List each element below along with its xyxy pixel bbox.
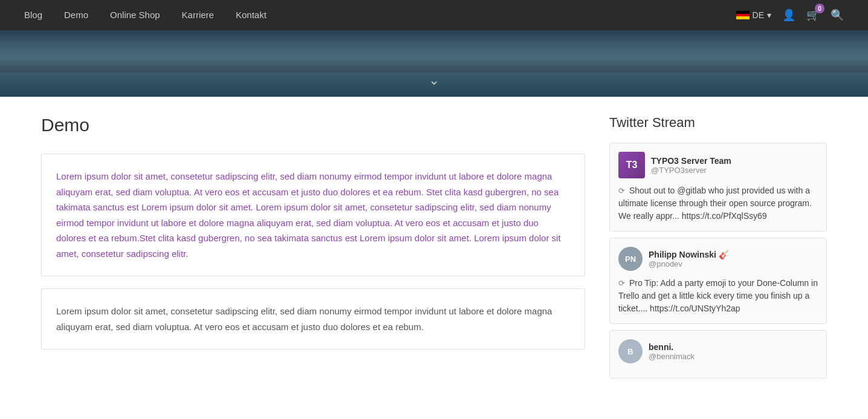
nav-blog[interactable]: Blog <box>24 10 42 20</box>
text-box-purple: Lorem ipsum dolor sit amet, consetetur s… <box>41 154 585 276</box>
nav-demo[interactable]: Demo <box>64 10 88 20</box>
tweet-card-2: PN Philipp Nowinski 🎸 @pnodev ⟳ Pro Tip:… <box>609 238 827 324</box>
flag-icon <box>736 11 750 19</box>
nav-online-shop[interactable]: Online Shop <box>110 10 160 20</box>
nav-karriere[interactable]: Karriere <box>182 10 214 20</box>
language-caret: ▾ <box>767 10 771 20</box>
tweet-author-info-3: benni. @bennimack <box>649 342 695 361</box>
tweet-name-2: Philipp Nowinski 🎸 <box>649 250 729 259</box>
nav-right: DE ▾ 👤 🛒 0 🔍 <box>736 8 844 22</box>
tweet-card-1: T3 TYPO3 Server Team @TYPO3server ⟳ Shou… <box>609 143 827 232</box>
language-selector[interactable]: DE ▾ <box>736 10 771 20</box>
tweet-avatar-2: PN <box>618 247 643 271</box>
sidebar: Twitter Stream T3 TYPO3 Server Team @TYP… <box>609 115 827 385</box>
tweet-avatar-1: T3 <box>618 152 645 178</box>
tweet-name-1: TYPO3 Server Team <box>651 156 731 166</box>
tweet-handle-2: @pnodev <box>649 259 729 268</box>
page-title: Demo <box>41 115 585 135</box>
main-nav: Blog Demo Online Shop Karriere Kontakt D… <box>0 0 868 30</box>
tweet-card-3: B benni. @bennimack <box>609 330 827 378</box>
cart-badge: 0 <box>815 4 824 13</box>
tweet-avatar-text-3: B <box>627 347 633 356</box>
text-box-plain: Lorem ipsum dolor sit amet, consetetur s… <box>41 288 585 349</box>
tweet-avatar-text-2: PN <box>625 255 636 264</box>
tweet-handle-3: @bennimack <box>649 352 695 361</box>
text-box-plain-text: Lorem ipsum dolor sit amet, consetetur s… <box>56 304 570 334</box>
tweet-author-1: T3 TYPO3 Server Team @TYPO3server <box>618 152 818 178</box>
hero-banner: ⌄ <box>0 30 868 97</box>
text-box-purple-text: Lorem ipsum dolor sit amet, consetetur s… <box>56 169 570 261</box>
retweet-icon-2: ⟳ <box>618 279 625 288</box>
tweet-avatar-text-1: T3 <box>626 160 638 171</box>
tweet-text-1: ⟳ Shout out to @gitlab who just provided… <box>618 184 818 222</box>
tweet-author-info-1: TYPO3 Server Team @TYPO3server <box>651 156 731 175</box>
nav-kontakt[interactable]: Kontakt <box>236 10 267 20</box>
tweet-author-info-2: Philipp Nowinski 🎸 @pnodev <box>649 250 729 268</box>
hero-scroll-down[interactable]: ⌄ <box>429 73 439 88</box>
nav-links: Blog Demo Online Shop Karriere Kontakt <box>24 10 267 21</box>
language-code: DE <box>753 10 764 20</box>
tweet-author-2: PN Philipp Nowinski 🎸 @pnodev <box>618 247 818 271</box>
user-icon[interactable]: 👤 <box>782 8 795 22</box>
tweet-avatar-3: B <box>618 339 643 363</box>
tweet-name-3: benni. <box>649 342 695 352</box>
twitter-stream-title: Twitter Stream <box>609 115 827 131</box>
main-container: Demo Lorem ipsum dolor sit amet, consete… <box>17 97 851 403</box>
cart-wrapper[interactable]: 🛒 0 <box>806 8 820 22</box>
tweet-text-2: ⟳ Pro Tip: Add a party emoji to your Don… <box>618 277 818 315</box>
content-area: Demo Lorem ipsum dolor sit amet, consete… <box>41 115 585 385</box>
tweet-author-3: B benni. @bennimack <box>618 339 818 363</box>
search-icon[interactable]: 🔍 <box>831 8 844 22</box>
retweet-icon-1: ⟳ <box>618 186 625 195</box>
tweet-handle-1: @TYPO3server <box>651 166 731 175</box>
